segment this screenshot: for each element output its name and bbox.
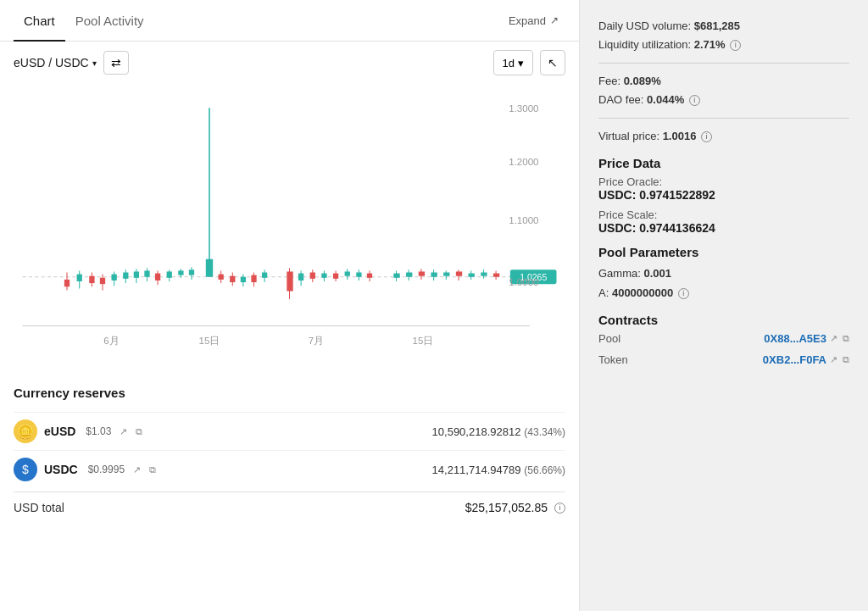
reserve-left-usdc: $ USDC $0.9995 ↗ ⧉ (14, 458, 156, 481)
svg-rect-11 (206, 259, 213, 277)
pair-label[interactable]: eUSD / USDC ▾ (14, 56, 97, 69)
usd-total-info-icon[interactable]: i (554, 503, 565, 514)
gamma-row: Gamma: 0.001 (598, 264, 849, 283)
eusd-copy-button[interactable]: ⧉ (136, 426, 142, 437)
expand-icon: ↗ (550, 14, 559, 26)
svg-rect-67 (419, 271, 425, 275)
price-scale-value: USDC: 0.9744136624 (598, 221, 849, 235)
price-scale-number: 0.9744136624 (639, 221, 715, 235)
svg-rect-65 (406, 273, 412, 277)
expand-label: Expand (509, 14, 546, 27)
daily-volume-label: Daily USD volume: (598, 19, 691, 32)
usdc-copy-button[interactable]: ⧉ (149, 464, 156, 475)
svg-text:1.2000: 1.2000 (509, 158, 538, 168)
usd-total-right: $25,157,052.85 i (465, 501, 565, 514)
token-contract-right: 0XB2...F0FA ↗ ⧉ (763, 353, 849, 366)
liquidity-info-icon[interactable]: i (730, 40, 741, 51)
eusd-name: eUSD (44, 425, 75, 438)
swap-icon: ⇄ (111, 56, 121, 69)
eusd-icon: 🪙 (14, 419, 37, 443)
svg-rect-47 (287, 271, 292, 291)
svg-rect-61 (367, 274, 372, 278)
interval-button[interactable]: 1d ▾ (493, 50, 533, 75)
expand-button[interactable]: Expand ↗ (502, 11, 565, 31)
svg-text:1.3000: 1.3000 (509, 104, 538, 114)
usdc-amount: 14,211,714.94789 (432, 464, 521, 476)
svg-text:1.0000: 1.0000 (509, 277, 538, 287)
usdc-amount-group: 14,211,714.94789 (56.66%) (432, 463, 565, 476)
token-address-link[interactable]: 0XB2...F0FA (763, 353, 826, 366)
pool-contract-icons: ↗ ⧉ (830, 333, 849, 344)
eusd-amount-group: 10,590,218.92812 (43.34%) (432, 425, 565, 438)
price-oracle-row: Price Oracle: USDC: 0.9741522892 (598, 175, 849, 202)
svg-rect-73 (456, 271, 462, 275)
svg-text:7月: 7月 (309, 336, 324, 346)
a-value: 4000000000 (612, 286, 673, 299)
usdc-price: $0.9995 (88, 464, 125, 475)
pool-contract-row: Pool 0X88...A5E3 ↗ ⧉ (598, 332, 849, 345)
svg-rect-21 (112, 275, 117, 281)
svg-rect-45 (262, 273, 267, 278)
svg-rect-51 (310, 273, 315, 279)
eusd-external-link-button[interactable]: ↗ (120, 426, 127, 437)
fee-row: Fee: 0.089% (598, 72, 849, 91)
svg-rect-23 (123, 273, 128, 279)
reserve-row-usdc: $ USDC $0.9995 ↗ ⧉ 14,211,714.94789 (56.… (14, 450, 565, 488)
pool-params-title: Pool Parameters (598, 245, 849, 259)
chart-area: 1.3000 1.2000 1.1000 1.0000 6月 15日 7月 15… (0, 84, 579, 372)
fee-value: 0.089% (624, 75, 661, 87)
candlestick-chart: 1.3000 1.2000 1.1000 1.0000 6月 15日 7月 15… (14, 84, 565, 372)
eusd-pct: (43.34%) (524, 426, 565, 438)
dao-fee-info-icon[interactable]: i (689, 95, 700, 106)
svg-rect-75 (469, 274, 475, 277)
svg-rect-29 (155, 274, 160, 281)
dao-fee-value: 0.044% (647, 93, 684, 106)
contracts-title: Contracts (598, 313, 849, 327)
svg-rect-77 (481, 273, 487, 276)
svg-rect-53 (321, 274, 326, 278)
svg-rect-37 (219, 275, 224, 280)
cursor-button[interactable]: ↖ (540, 50, 565, 75)
svg-rect-27 (144, 270, 149, 276)
a-info-icon[interactable]: i (678, 288, 689, 299)
svg-rect-39 (230, 276, 235, 282)
svg-rect-31 (167, 271, 172, 277)
dao-fee-label: DAO fee: (598, 93, 643, 106)
swap-button[interactable]: ⇄ (103, 51, 129, 75)
price-scale-label: Price Scale: (598, 208, 849, 221)
svg-text:1.1000: 1.1000 (509, 215, 538, 225)
price-oracle-currency: USDC: (598, 188, 636, 202)
pool-copy-icon[interactable]: ⧉ (843, 333, 849, 344)
eusd-price: $1.03 (86, 425, 111, 437)
gamma-value: 0.001 (643, 267, 671, 280)
tabs-left: Chart Pool Activity (14, 0, 154, 41)
fee-label: Fee: (598, 75, 620, 87)
divider-1 (598, 63, 849, 64)
divider-2 (598, 118, 849, 119)
token-copy-icon[interactable]: ⧉ (843, 354, 849, 365)
reserve-row-eusd: 🪙 eUSD $1.03 ↗ ⧉ 10,590,218.92812 (43.34… (14, 412, 565, 450)
svg-rect-59 (356, 273, 361, 277)
pool-contract-label: Pool (598, 332, 645, 345)
price-oracle-label: Price Oracle: (598, 175, 849, 188)
svg-text:15日: 15日 (199, 336, 220, 346)
tabs-bar: Chart Pool Activity Expand ↗ (0, 0, 579, 42)
virtual-price-value: 1.0016 (663, 130, 697, 142)
token-contract-label: Token (598, 353, 645, 366)
pool-address-link[interactable]: 0X88...A5E3 (764, 332, 826, 345)
pool-contract-right: 0X88...A5E3 ↗ ⧉ (764, 332, 849, 345)
token-external-link-icon[interactable]: ↗ (830, 354, 837, 365)
pair-selector: eUSD / USDC ▾ ⇄ (14, 51, 129, 75)
price-scale-row: Price Scale: USDC: 0.9744136624 (598, 208, 849, 235)
pool-external-link-icon[interactable]: ↗ (830, 333, 837, 344)
svg-rect-13 (64, 280, 70, 286)
usdc-name: USDC (44, 463, 78, 476)
token-contract-icons: ↗ ⧉ (830, 354, 849, 365)
tab-pool-activity[interactable]: Pool Activity (65, 0, 154, 42)
svg-rect-41 (241, 277, 246, 282)
tab-chart[interactable]: Chart (14, 0, 65, 42)
svg-rect-19 (100, 278, 105, 284)
usdc-external-link-button[interactable]: ↗ (133, 464, 141, 475)
svg-rect-17 (89, 276, 94, 283)
virtual-price-info-icon[interactable]: i (701, 131, 712, 142)
